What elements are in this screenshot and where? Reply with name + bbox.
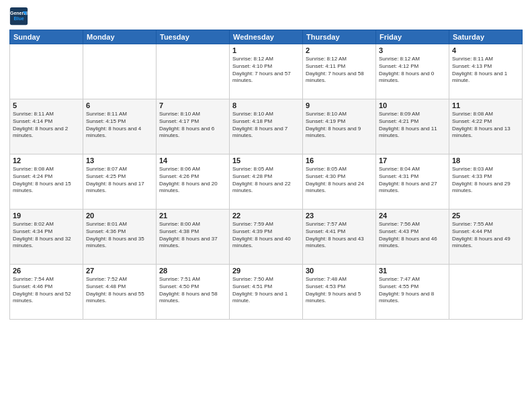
day-number: 20 (86, 212, 153, 220)
calendar-cell: 2Sunrise: 8:12 AM Sunset: 4:11 PM Daylig… (303, 44, 376, 99)
day-number: 16 (306, 156, 373, 165)
day-number: 13 (86, 156, 153, 165)
calendar-cell: 8Sunrise: 8:10 AM Sunset: 4:18 PM Daylig… (230, 99, 303, 154)
day-number: 1 (232, 46, 300, 54)
day-info: Sunrise: 8:10 AM Sunset: 4:17 PM Dayligh… (159, 111, 226, 140)
day-number: 12 (13, 156, 80, 165)
day-info: Sunrise: 7:57 AM Sunset: 4:41 PM Dayligh… (306, 221, 373, 250)
day-info: Sunrise: 8:11 AM Sunset: 4:13 PM Dayligh… (452, 56, 519, 85)
calendar-cell: 26Sunrise: 7:54 AM Sunset: 4:46 PM Dayli… (10, 265, 83, 320)
day-number: 2 (306, 46, 373, 54)
calendar-week-5: 26Sunrise: 7:54 AM Sunset: 4:46 PM Dayli… (10, 265, 523, 320)
day-info: Sunrise: 8:08 AM Sunset: 4:22 PM Dayligh… (452, 111, 519, 140)
day-number: 4 (452, 46, 519, 54)
day-number: 27 (86, 267, 153, 275)
day-info: Sunrise: 8:00 AM Sunset: 4:38 PM Dayligh… (159, 221, 226, 250)
calendar-cell: 13Sunrise: 8:07 AM Sunset: 4:25 PM Dayli… (83, 154, 157, 210)
day-number: 31 (379, 267, 446, 275)
calendar-cell: 14Sunrise: 8:06 AM Sunset: 4:26 PM Dayli… (157, 154, 230, 210)
day-number: 30 (306, 267, 373, 275)
day-info: Sunrise: 7:48 AM Sunset: 4:53 PM Dayligh… (306, 276, 373, 305)
day-number: 6 (86, 101, 153, 109)
calendar-cell (83, 44, 157, 99)
day-number: 10 (379, 101, 446, 109)
calendar-cell: 24Sunrise: 7:56 AM Sunset: 4:43 PM Dayli… (376, 210, 449, 265)
calendar-week-3: 12Sunrise: 8:08 AM Sunset: 4:24 PM Dayli… (10, 154, 523, 210)
weekday-header-row: SundayMondayTuesdayWednesdayThursdayFrid… (10, 30, 523, 44)
calendar-cell: 6Sunrise: 8:11 AM Sunset: 4:15 PM Daylig… (83, 99, 157, 154)
calendar-cell: 31Sunrise: 7:47 AM Sunset: 4:55 PM Dayli… (376, 265, 449, 320)
day-number: 29 (232, 267, 300, 275)
day-info: Sunrise: 8:09 AM Sunset: 4:21 PM Dayligh… (379, 111, 446, 140)
day-info: Sunrise: 8:02 AM Sunset: 4:34 PM Dayligh… (13, 221, 80, 250)
calendar-cell: 27Sunrise: 7:52 AM Sunset: 4:48 PM Dayli… (83, 265, 157, 320)
day-info: Sunrise: 8:10 AM Sunset: 4:18 PM Dayligh… (232, 111, 300, 140)
day-info: Sunrise: 8:05 AM Sunset: 4:28 PM Dayligh… (232, 166, 300, 195)
svg-text:Blue: Blue (13, 16, 24, 21)
day-info: Sunrise: 7:47 AM Sunset: 4:55 PM Dayligh… (379, 276, 446, 305)
calendar-week-4: 19Sunrise: 8:02 AM Sunset: 4:34 PM Dayli… (10, 210, 523, 265)
day-number: 8 (232, 101, 300, 109)
weekday-thursday: Thursday (303, 30, 376, 44)
day-info: Sunrise: 8:05 AM Sunset: 4:30 PM Dayligh… (306, 166, 373, 195)
calendar-cell: 4Sunrise: 8:11 AM Sunset: 4:13 PM Daylig… (449, 44, 523, 99)
day-number: 15 (232, 156, 300, 165)
day-number: 5 (13, 101, 80, 109)
calendar-page: General Blue SundayMondayTuesdayWednesda… (0, 0, 532, 411)
calendar-cell: 20Sunrise: 8:01 AM Sunset: 4:36 PM Dayli… (83, 210, 157, 265)
day-number: 28 (159, 267, 226, 275)
day-number: 19 (13, 212, 80, 220)
day-info: Sunrise: 7:59 AM Sunset: 4:39 PM Dayligh… (232, 221, 300, 250)
calendar-cell (449, 265, 523, 320)
day-number: 24 (379, 212, 446, 220)
calendar-cell: 18Sunrise: 8:03 AM Sunset: 4:33 PM Dayli… (449, 154, 523, 210)
calendar-cell: 1Sunrise: 8:12 AM Sunset: 4:10 PM Daylig… (230, 44, 303, 99)
header: General Blue (9, 7, 523, 26)
calendar-cell: 28Sunrise: 7:51 AM Sunset: 4:50 PM Dayli… (157, 265, 230, 320)
logo: General Blue (9, 7, 31, 26)
calendar-cell: 7Sunrise: 8:10 AM Sunset: 4:17 PM Daylig… (157, 99, 230, 154)
day-info: Sunrise: 8:11 AM Sunset: 4:14 PM Dayligh… (13, 111, 80, 140)
weekday-saturday: Saturday (449, 30, 523, 44)
day-info: Sunrise: 7:56 AM Sunset: 4:43 PM Dayligh… (379, 221, 446, 250)
day-number: 11 (452, 101, 519, 109)
calendar-week-1: 1Sunrise: 8:12 AM Sunset: 4:10 PM Daylig… (10, 44, 523, 99)
day-info: Sunrise: 8:11 AM Sunset: 4:15 PM Dayligh… (86, 111, 153, 140)
day-info: Sunrise: 7:50 AM Sunset: 4:51 PM Dayligh… (232, 276, 300, 305)
day-number: 23 (306, 212, 373, 220)
calendar-cell: 22Sunrise: 7:59 AM Sunset: 4:39 PM Dayli… (230, 210, 303, 265)
calendar-table: SundayMondayTuesdayWednesdayThursdayFrid… (9, 30, 523, 320)
logo-icon: General Blue (9, 7, 28, 26)
calendar-cell: 12Sunrise: 8:08 AM Sunset: 4:24 PM Dayli… (10, 154, 83, 210)
day-number: 3 (379, 46, 446, 54)
day-info: Sunrise: 7:51 AM Sunset: 4:50 PM Dayligh… (159, 276, 226, 305)
day-info: Sunrise: 8:06 AM Sunset: 4:26 PM Dayligh… (159, 166, 226, 195)
weekday-sunday: Sunday (10, 30, 83, 44)
day-number: 25 (452, 212, 519, 220)
day-info: Sunrise: 8:12 AM Sunset: 4:12 PM Dayligh… (379, 56, 446, 85)
calendar-cell: 3Sunrise: 8:12 AM Sunset: 4:12 PM Daylig… (376, 44, 449, 99)
calendar-cell: 10Sunrise: 8:09 AM Sunset: 4:21 PM Dayli… (376, 99, 449, 154)
calendar-cell: 25Sunrise: 7:55 AM Sunset: 4:44 PM Dayli… (449, 210, 523, 265)
calendar-cell: 11Sunrise: 8:08 AM Sunset: 4:22 PM Dayli… (449, 99, 523, 154)
day-number: 18 (452, 156, 519, 165)
weekday-monday: Monday (83, 30, 157, 44)
day-info: Sunrise: 8:12 AM Sunset: 4:10 PM Dayligh… (232, 56, 300, 85)
day-number: 7 (159, 101, 226, 109)
day-number: 26 (13, 267, 80, 275)
weekday-tuesday: Tuesday (157, 30, 230, 44)
calendar-cell: 5Sunrise: 8:11 AM Sunset: 4:14 PM Daylig… (10, 99, 83, 154)
calendar-cell: 19Sunrise: 8:02 AM Sunset: 4:34 PM Dayli… (10, 210, 83, 265)
calendar-cell: 16Sunrise: 8:05 AM Sunset: 4:30 PM Dayli… (303, 154, 376, 210)
day-info: Sunrise: 8:12 AM Sunset: 4:11 PM Dayligh… (306, 56, 373, 85)
calendar-cell: 29Sunrise: 7:50 AM Sunset: 4:51 PM Dayli… (230, 265, 303, 320)
calendar-cell (157, 44, 230, 99)
day-info: Sunrise: 8:07 AM Sunset: 4:25 PM Dayligh… (86, 166, 153, 195)
day-info: Sunrise: 8:08 AM Sunset: 4:24 PM Dayligh… (13, 166, 80, 195)
day-number: 14 (159, 156, 226, 165)
calendar-cell: 21Sunrise: 8:00 AM Sunset: 4:38 PM Dayli… (157, 210, 230, 265)
calendar-cell (10, 44, 83, 99)
day-info: Sunrise: 8:04 AM Sunset: 4:31 PM Dayligh… (379, 166, 446, 195)
day-info: Sunrise: 7:55 AM Sunset: 4:44 PM Dayligh… (452, 221, 519, 250)
day-info: Sunrise: 8:03 AM Sunset: 4:33 PM Dayligh… (452, 166, 519, 195)
